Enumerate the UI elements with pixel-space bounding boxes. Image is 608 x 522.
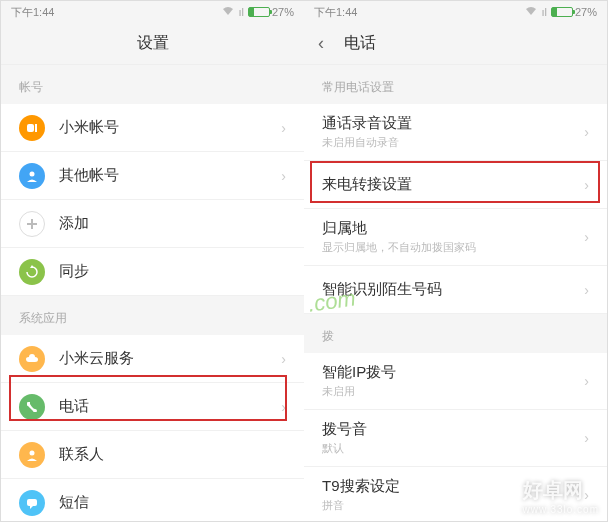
chevron-right-icon: › — [584, 177, 589, 193]
svg-rect-4 — [27, 499, 37, 506]
header: 设置 — [1, 23, 304, 65]
wifi-icon — [222, 6, 234, 18]
row-sub: 拼音 — [322, 498, 584, 513]
row-label: 联系人 — [59, 445, 286, 464]
section-header-accounts: 帐号 — [1, 65, 304, 104]
plus-icon — [19, 211, 45, 237]
svg-rect-0 — [27, 124, 34, 132]
settings-content: 帐号 小米帐号 › 其他帐号 › 添加 — [1, 65, 304, 521]
status-bar: 下午1:44 ıl 27% — [304, 1, 607, 23]
row-label: 智能识别陌生号码 — [322, 280, 584, 299]
row-contacts[interactable]: 联系人 — [1, 431, 304, 479]
chevron-right-icon: › — [281, 399, 286, 415]
chevron-right-icon: › — [584, 430, 589, 446]
phone-settings-screen: 下午1:44 ıl 27% ‹ 电话 常用电话设置 通话录音设置 未启用自动录音… — [304, 1, 607, 521]
header: ‹ 电话 — [304, 23, 607, 65]
chevron-right-icon: › — [281, 351, 286, 367]
row-label: 小米云服务 — [59, 349, 281, 368]
row-label: 归属地 — [322, 219, 584, 238]
chevron-right-icon: › — [584, 373, 589, 389]
svg-rect-1 — [35, 124, 37, 132]
row-label: 电话 — [59, 397, 281, 416]
sync-icon — [19, 259, 45, 285]
row-sub: 未启用自动录音 — [322, 135, 584, 150]
battery-indicator: 27% — [551, 6, 597, 18]
status-time: 下午1:44 — [11, 5, 54, 20]
settings-screen: 下午1:44 ıl 27% 设置 帐号 小米帐号 › — [1, 1, 304, 521]
chevron-right-icon: › — [584, 124, 589, 140]
row-smart-ip-dial[interactable]: 智能IP拨号 未启用 › — [304, 353, 607, 410]
row-label: 来电转接设置 — [322, 175, 584, 194]
section-header-dial: 拨 — [304, 314, 607, 353]
row-call-recording[interactable]: 通话录音设置 未启用自动录音 › — [304, 104, 607, 161]
row-label: 短信 — [59, 493, 286, 512]
status-bar: 下午1:44 ıl 27% — [1, 1, 304, 23]
signal-icon: ıl — [238, 6, 244, 18]
svg-point-3 — [30, 450, 35, 455]
row-xiaomi-cloud[interactable]: 小米云服务 › — [1, 335, 304, 383]
chevron-right-icon: › — [584, 229, 589, 245]
row-label: T9搜索设定 — [322, 477, 584, 496]
chevron-right-icon: › — [281, 168, 286, 184]
sms-icon — [19, 490, 45, 516]
page-title: 电话 — [344, 33, 376, 54]
row-sub: 未启用 — [322, 384, 584, 399]
row-call-forwarding[interactable]: 来电转接设置 › — [304, 161, 607, 209]
row-sub: 默认 — [322, 441, 584, 456]
row-label: 拨号音 — [322, 420, 584, 439]
row-xiaomi-account[interactable]: 小米帐号 › — [1, 104, 304, 152]
chevron-right-icon: › — [584, 282, 589, 298]
row-label: 智能IP拨号 — [322, 363, 584, 382]
row-sms[interactable]: 短信 — [1, 479, 304, 521]
mi-icon — [19, 115, 45, 141]
row-t9-search[interactable]: T9搜索设定 拼音 › — [304, 467, 607, 521]
phone-settings-content: 常用电话设置 通话录音设置 未启用自动录音 › 来电转接设置 › 归属地 显示归… — [304, 65, 607, 521]
back-arrow-icon[interactable]: ‹ — [318, 33, 324, 54]
user-icon — [19, 163, 45, 189]
row-label: 其他帐号 — [59, 166, 281, 185]
person-icon — [19, 442, 45, 468]
phone-icon — [19, 394, 45, 420]
section-header-common: 常用电话设置 — [304, 65, 607, 104]
row-label: 添加 — [59, 214, 286, 233]
signal-icon: ıl — [541, 6, 547, 18]
row-other-accounts[interactable]: 其他帐号 › — [1, 152, 304, 200]
row-unknown-caller-id[interactable]: 智能识别陌生号码 › — [304, 266, 607, 314]
cloud-icon — [19, 346, 45, 372]
row-dial-tone[interactable]: 拨号音 默认 › — [304, 410, 607, 467]
row-label: 小米帐号 — [59, 118, 281, 137]
wifi-icon — [525, 6, 537, 18]
battery-indicator: 27% — [248, 6, 294, 18]
page-title: 设置 — [137, 33, 169, 54]
row-label: 同步 — [59, 262, 286, 281]
row-phone[interactable]: 电话 › — [1, 383, 304, 431]
row-add[interactable]: 添加 — [1, 200, 304, 248]
section-header-system: 系统应用 — [1, 296, 304, 335]
chevron-right-icon: › — [584, 487, 589, 503]
chevron-right-icon: › — [281, 120, 286, 136]
row-label: 通话录音设置 — [322, 114, 584, 133]
row-sub: 显示归属地，不自动加拨国家码 — [322, 240, 584, 255]
row-location[interactable]: 归属地 显示归属地，不自动加拨国家码 › — [304, 209, 607, 266]
status-time: 下午1:44 — [314, 5, 357, 20]
row-sync[interactable]: 同步 — [1, 248, 304, 296]
svg-point-2 — [30, 171, 35, 176]
